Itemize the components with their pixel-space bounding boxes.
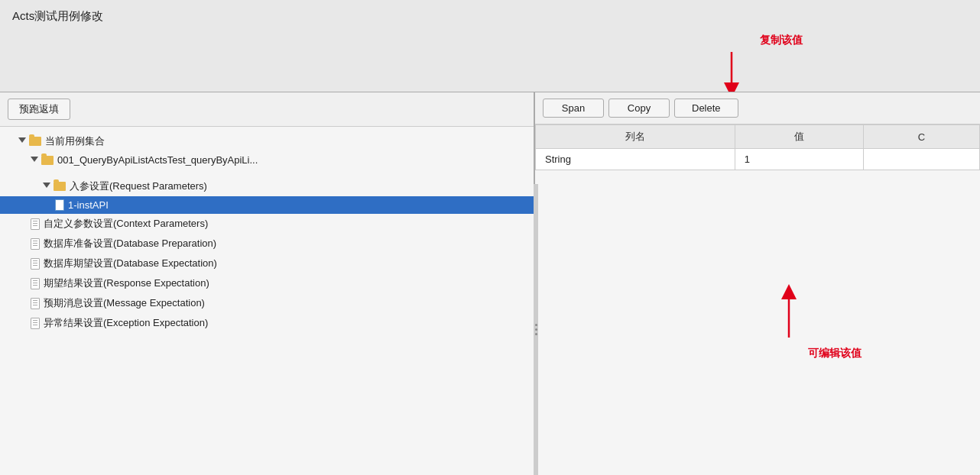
folder-icon [54, 182, 66, 191]
tree-item-root[interactable]: 当前用例集合 [0, 131, 534, 151]
file-icon [31, 258, 40, 270]
tree-item-label: 001_QueryByApiListActsTest_queryByApiLi.… [57, 154, 258, 166]
tree-view: 当前用例集合 001_QueryByApiListActsTest_queryB… [0, 127, 534, 475]
file-icon [31, 278, 40, 289]
col-header-value: 值 [735, 125, 863, 149]
col-header-name: 列名 [536, 125, 735, 149]
tree-item-label: 自定义参数设置(Context Parameters) [44, 217, 208, 231]
tree-item-label: 数据库期望设置(Database Expectation) [44, 257, 217, 270]
tree-item-label: 异常结果设置(Exception Expectation) [44, 316, 208, 330]
folder-icon [41, 156, 54, 165]
tree-item-msgexp[interactable]: 预期消息设置(Message Expectation) [0, 293, 534, 313]
main-container: 预跑返填 当前用例集合 001_QueryByApiListActsTest_q… [0, 92, 980, 475]
tree-item-dbexp[interactable]: 数据库期望设置(Database Expectation) [0, 254, 534, 273]
file-icon [31, 298, 40, 309]
chevron-down-icon [18, 137, 26, 145]
copy-button[interactable]: Copy [608, 99, 670, 118]
tree-item-respexp[interactable]: 期望结果设置(Response Expectation) [0, 273, 534, 293]
file-icon [31, 318, 40, 329]
title-bar: Acts测试用例修改 [0, 0, 980, 31]
left-toolbar: 预跑返填 [0, 92, 534, 127]
tree-item-label: 数据库准备设置(Database Preparation) [44, 237, 216, 250]
right-toolbar: Span Copy Delete [535, 92, 980, 124]
chevron-down-icon [31, 157, 38, 164]
folder-icon [29, 137, 41, 146]
span-button[interactable]: Span [543, 99, 604, 118]
tree-item-label: 当前用例集合 [45, 134, 105, 148]
left-panel: 预跑返填 当前用例集合 001_QueryByApiListActsTest_q… [0, 92, 535, 475]
tree-item-label: 入参设置(Request Parameters) [70, 179, 207, 193]
tree-item-label: 预期消息设置(Message Expectation) [44, 296, 205, 310]
data-table: 列名 值 C String 1 [535, 124, 980, 170]
cell-col-name[interactable]: String [536, 149, 735, 170]
delete-button[interactable]: Delete [674, 99, 738, 118]
col-header-c: C [863, 125, 979, 149]
tree-item-excexp[interactable]: 异常结果设置(Exception Expectation) [0, 313, 534, 333]
cell-value[interactable]: 1 [735, 149, 863, 170]
tree-item-context[interactable]: 自定义参数设置(Context Parameters) [0, 214, 534, 234]
tree-item-label: 1-instAPI [68, 199, 109, 211]
file-icon [31, 238, 40, 250]
table-row: String 1 [536, 149, 980, 170]
tree-item-test1[interactable]: 001_QueryByApiListActsTest_queryByApiLi.… [0, 151, 534, 169]
splitter-handle [535, 324, 537, 335]
file-icon [55, 199, 64, 211]
prerun-button[interactable]: 预跑返填 [8, 99, 70, 120]
tree-item-instapi[interactable]: 1-instAPI [0, 196, 534, 214]
table-area: 列名 值 C String 1 [535, 124, 980, 475]
page-title: Acts测试用例修改 [12, 9, 103, 22]
copy-annotation: 复制该值 [760, 34, 803, 47]
cell-c[interactable] [863, 149, 979, 170]
tree-item-request[interactable]: 入参设置(Request Parameters) [0, 176, 534, 196]
tree-item-dbprep[interactable]: 数据库准备设置(Database Preparation) [0, 234, 534, 254]
panel-splitter[interactable] [534, 184, 538, 475]
chevron-down-icon [43, 183, 50, 190]
right-panel: Span Copy Delete 列名 值 C String 1 [535, 92, 980, 475]
tree-item-label: 期望结果设置(Response Expectation) [44, 276, 209, 290]
file-icon [31, 218, 40, 230]
